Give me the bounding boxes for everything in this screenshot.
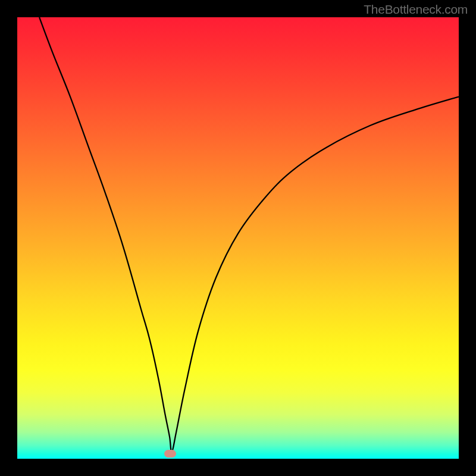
chart-marker	[164, 450, 176, 458]
chart-plot-area	[17, 17, 459, 459]
chart-curve	[39, 17, 459, 452]
chart-curve-svg	[17, 17, 459, 459]
watermark-text: TheBottleneck.com	[364, 2, 468, 17]
